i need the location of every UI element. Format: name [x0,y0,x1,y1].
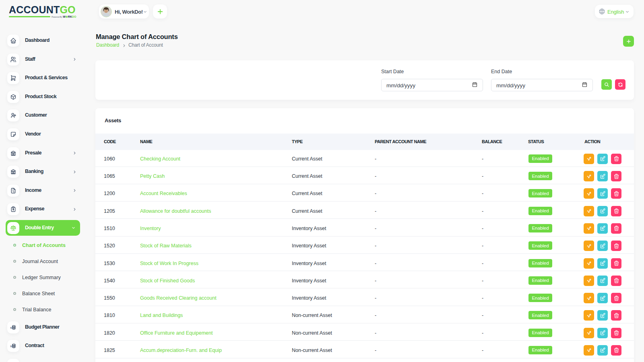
svg-text:$: $ [10,326,12,329]
svg-text:$: $ [10,345,12,348]
